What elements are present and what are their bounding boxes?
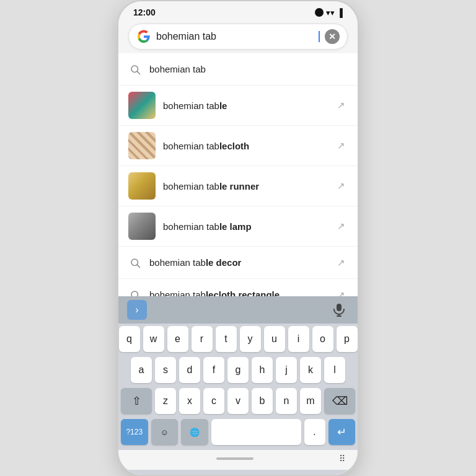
arrow-icon: ↗ <box>334 139 348 152</box>
key-f[interactable]: f <box>203 357 224 383</box>
svg-point-4 <box>131 291 138 297</box>
thumb-image <box>128 132 156 159</box>
search-icon <box>128 63 142 76</box>
key-row-2: a s d f g h j k l <box>121 357 355 383</box>
key-row-3: ⇧ z x c v b n m ⌫ <box>121 388 355 414</box>
suggestion-item[interactable]: bohemian tab <box>118 53 358 86</box>
search-input[interactable]: bohemian tab <box>156 31 318 42</box>
clear-button[interactable]: ✕ <box>325 29 340 44</box>
suggestions-list: bohemian tab bohemian table ↗ bohemian t… <box>118 53 358 296</box>
numbers-key[interactable]: ?123 <box>121 419 148 445</box>
search-icon <box>128 288 142 297</box>
arrow-icon: ↗ <box>334 288 348 297</box>
shift-key[interactable]: ⇧ <box>121 388 152 414</box>
key-p[interactable]: p <box>337 326 358 352</box>
search-bar[interactable]: bohemian tab ✕ <box>128 24 348 50</box>
globe-key[interactable]: 🌐 <box>181 419 208 445</box>
key-e[interactable]: e <box>167 326 188 352</box>
key-d[interactable]: d <box>179 357 200 383</box>
thumb-image <box>128 172 156 200</box>
suggestion-item[interactable]: bohemian table decor ↗ <box>118 247 358 279</box>
key-m[interactable]: m <box>300 388 321 414</box>
home-indicator <box>216 457 253 460</box>
chevron-up-icon[interactable]: › <box>127 300 147 320</box>
key-w[interactable]: w <box>143 326 164 352</box>
suggestion-thumbnail <box>128 172 156 200</box>
app-switcher-icon[interactable]: ⠿ <box>339 454 345 464</box>
status-icons: ▾▾ ▐ <box>315 8 343 17</box>
suggestion-text: bohemian tablecloth rectangle <box>149 289 327 296</box>
key-a[interactable]: a <box>131 357 152 383</box>
search-icon <box>128 256 142 270</box>
key-t[interactable]: t <box>216 326 237 352</box>
arrow-icon: ↗ <box>334 99 348 112</box>
mic-icon[interactable] <box>329 300 349 320</box>
period-key[interactable]: . <box>304 419 325 445</box>
clear-icon: ✕ <box>328 32 336 41</box>
battery-icon: ▐ <box>337 8 343 17</box>
suggestion-text: bohemian table runner <box>163 181 327 192</box>
key-row-4: ?123 ☺ 🌐 . ↵ <box>121 419 355 445</box>
wifi-icon: ▾▾ <box>326 8 335 17</box>
arrow-icon: ↗ <box>334 219 348 233</box>
key-g[interactable]: g <box>227 357 249 383</box>
key-h[interactable]: h <box>252 357 273 383</box>
google-logo <box>136 29 151 44</box>
bottom-bar: ⠿ <box>118 450 358 470</box>
backspace-key[interactable]: ⌫ <box>324 388 355 414</box>
key-s[interactable]: s <box>155 357 176 383</box>
enter-key[interactable]: ↵ <box>328 419 356 445</box>
key-r[interactable]: r <box>192 326 213 352</box>
key-o[interactable]: o <box>312 326 333 352</box>
status-time: 12:00 <box>133 7 156 17</box>
cursor <box>319 31 320 42</box>
svg-line-3 <box>137 265 139 267</box>
arrow-icon: ↗ <box>334 256 348 270</box>
emoji-key[interactable]: ☺ <box>151 419 178 445</box>
keyboard: › q w e r t y u i o <box>118 296 358 475</box>
arrow-icon: ↗ <box>334 179 348 193</box>
key-row-1: q w e r t y u i o p <box>121 326 355 352</box>
suggestion-item[interactable]: bohemian table lamp ↗ <box>118 206 358 247</box>
suggestion-item[interactable]: bohemian tablecloth rectangle ↗ <box>118 279 358 296</box>
keyboard-rows: q w e r t y u i o p a s d f g h j k <box>118 324 358 445</box>
key-n[interactable]: n <box>276 388 297 414</box>
thumb-image <box>128 92 156 119</box>
search-bar-container: bohemian tab ✕ <box>118 20 358 53</box>
key-v[interactable]: v <box>227 388 249 414</box>
suggestion-text: bohemian tab <box>149 64 348 74</box>
key-u[interactable]: u <box>264 326 285 352</box>
suggestion-text: bohemian table lamp <box>163 221 327 232</box>
suggestion-item[interactable]: bohemian tablecloth ↗ <box>118 126 358 166</box>
svg-line-1 <box>137 71 139 74</box>
key-c[interactable]: c <box>203 388 224 414</box>
suggestion-thumbnail <box>128 132 156 159</box>
key-x[interactable]: x <box>179 388 200 414</box>
status-bar: 12:00 ▾▾ ▐ <box>118 1 358 20</box>
key-k[interactable]: k <box>300 357 321 383</box>
suggestion-thumbnail <box>128 92 156 119</box>
key-y[interactable]: y <box>240 326 261 352</box>
keyboard-toolbar: › <box>118 296 358 324</box>
camera-dot <box>315 8 324 17</box>
suggestion-text: bohemian tablecloth <box>163 141 327 151</box>
thumb-image <box>128 213 156 240</box>
suggestion-item[interactable]: bohemian table ↗ <box>118 86 358 126</box>
key-z[interactable]: z <box>155 388 176 414</box>
key-j[interactable]: j <box>276 357 297 383</box>
space-key[interactable] <box>211 419 301 445</box>
suggestion-text: bohemian table <box>163 100 327 111</box>
key-i[interactable]: i <box>288 326 309 352</box>
key-b[interactable]: b <box>252 388 273 414</box>
search-input-wrapper[interactable]: bohemian tab <box>156 31 320 42</box>
key-q[interactable]: q <box>119 326 140 352</box>
suggestion-text: bohemian table decor <box>149 257 327 268</box>
key-l[interactable]: l <box>324 357 345 383</box>
phone-frame: 12:00 ▾▾ ▐ bohemian tab ✕ <box>117 0 359 476</box>
suggestion-item[interactable]: bohemian table runner ↗ <box>118 166 358 206</box>
suggestion-thumbnail <box>128 213 156 240</box>
svg-rect-10 <box>337 304 342 311</box>
